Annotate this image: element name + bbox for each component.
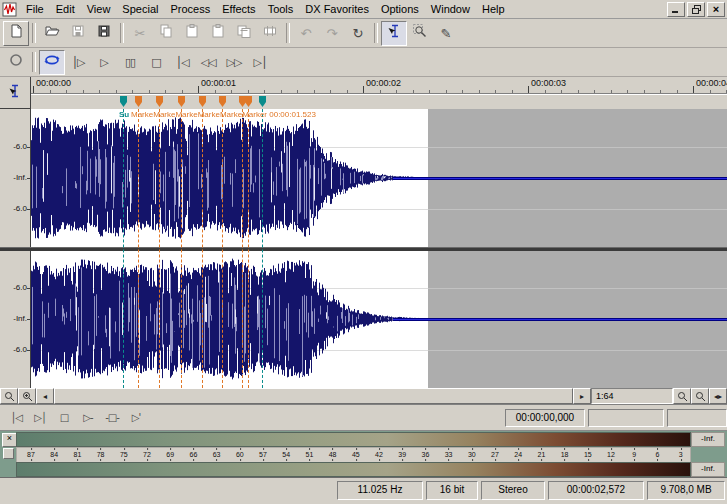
- repeat-button[interactable]: ↻: [345, 21, 371, 46]
- menu-effects[interactable]: Effects: [216, 2, 261, 16]
- meter-scale-value: 63: [213, 451, 221, 458]
- scrollbar-thumb[interactable]: [54, 388, 573, 404]
- magnify-tool-button[interactable]: [407, 21, 433, 46]
- menu-edit[interactable]: Edit: [50, 2, 81, 16]
- marker-head-8[interactable]: [245, 96, 252, 107]
- minimize-button[interactable]: [667, 2, 685, 17]
- zoom-normal-button[interactable]: [673, 388, 691, 404]
- status-channel-mode: Stereo: [481, 481, 545, 500]
- open-button[interactable]: [39, 21, 65, 46]
- ruler-time-label: 00:00:02: [366, 78, 401, 88]
- playbar-go-to-end[interactable]: ▷│: [28, 408, 52, 427]
- zoom-selection-button[interactable]: [691, 388, 709, 404]
- ruler-minor-tick: [248, 90, 249, 93]
- menu-options[interactable]: Options: [375, 2, 425, 16]
- copy-button[interactable]: [153, 21, 179, 46]
- playbar-panel-3: [667, 409, 727, 427]
- marker-head-7[interactable]: [239, 96, 246, 107]
- time-ruler[interactable]: 00:00:0000:00:0100:00:0200:00:0300:00:04: [31, 77, 727, 94]
- menu-process[interactable]: Process: [164, 2, 216, 16]
- playbar-play-normal[interactable]: ▷-: [76, 408, 100, 427]
- zoom-ratio-field[interactable]: 1:64: [591, 388, 673, 404]
- go-to-start-button[interactable]: │◁: [169, 50, 195, 75]
- new-button[interactable]: [3, 21, 29, 46]
- scrollbar-track[interactable]: [54, 388, 573, 404]
- playbar-play-edit[interactable]: ▷': [124, 408, 148, 427]
- mix-button[interactable]: [231, 21, 257, 46]
- loop-playback-button[interactable]: [39, 50, 65, 75]
- record-button[interactable]: [3, 50, 29, 75]
- redo-button[interactable]: ↷: [319, 21, 345, 46]
- meter-scale-value: 69: [166, 451, 174, 458]
- marker-head-5[interactable]: [199, 96, 206, 107]
- edit-tool-button[interactable]: [381, 21, 407, 46]
- play-icon: ▷: [100, 57, 107, 68]
- meter-scale-value: 60: [236, 451, 244, 458]
- meters-close-icon[interactable]: ×: [2, 433, 17, 447]
- scroll-right-button[interactable]: ▸: [573, 388, 591, 404]
- play-all-button[interactable]: │▷: [65, 50, 91, 75]
- undo-button[interactable]: ↶: [293, 21, 319, 46]
- edit-tool-icon: [386, 23, 402, 43]
- close-icon[interactable]: ×: [707, 2, 725, 17]
- ruler-second-tick: [363, 86, 364, 93]
- marker-head-6[interactable]: [219, 96, 226, 107]
- forward-button[interactable]: ▷▷: [221, 50, 247, 75]
- trim-button[interactable]: [257, 21, 283, 46]
- playbar-frame[interactable]: -□-: [100, 408, 124, 427]
- scroll-left-button[interactable]: ◂: [36, 388, 54, 404]
- meter-right-readout: -Inf.: [691, 462, 725, 477]
- toolbar-separator: [286, 23, 290, 43]
- menu-dx-favorites[interactable]: DX Favorites: [299, 2, 375, 16]
- marker-head-1[interactable]: [120, 96, 127, 107]
- cut-button[interactable]: ✂: [127, 21, 153, 46]
- ruler-minor-tick: [182, 90, 183, 93]
- save-icon: [70, 23, 86, 43]
- marker-bar[interactable]: [31, 94, 727, 109]
- paste-special-icon: [210, 23, 226, 43]
- toolbar-separator: [120, 23, 124, 43]
- pencil-tool-button[interactable]: ✎: [433, 21, 459, 46]
- pause-button[interactable]: ▯▯: [117, 50, 143, 75]
- zoom-in-time-button[interactable]: [18, 388, 36, 404]
- play-bar: │◁▷│□▷--□-▷' 00:00:00,000: [0, 405, 727, 431]
- zoom-window-button[interactable]: ◂▸: [709, 388, 727, 404]
- meters-grip[interactable]: [3, 448, 14, 459]
- marker-head-2[interactable]: [135, 96, 142, 107]
- stop-button[interactable]: □: [143, 50, 169, 75]
- marker-head-4[interactable]: [178, 96, 185, 107]
- meter-scale-value: 57: [259, 451, 267, 458]
- toolbar-separator: [374, 23, 378, 43]
- channel-divider[interactable]: [0, 247, 727, 251]
- menu-view[interactable]: View: [81, 2, 117, 16]
- zoom-out-time-button[interactable]: [0, 388, 18, 404]
- save-button[interactable]: [65, 21, 91, 46]
- playbar-stop[interactable]: □: [52, 408, 76, 427]
- play-button[interactable]: ▷: [91, 50, 117, 75]
- go-to-end-button[interactable]: ▷│: [247, 50, 273, 75]
- db-tick: [27, 319, 30, 320]
- waveform-channel-left[interactable]: [31, 109, 727, 247]
- playbar-go-to-start[interactable]: │◁: [4, 408, 28, 427]
- menu-special[interactable]: Special: [116, 2, 164, 16]
- restore-button[interactable]: [687, 2, 705, 17]
- forward-icon: ▷▷: [227, 57, 242, 68]
- menu-tools[interactable]: Tools: [262, 2, 300, 16]
- ruler-minor-tick: [330, 90, 331, 93]
- paste-special-button[interactable]: [205, 21, 231, 46]
- menu-help[interactable]: Help: [476, 2, 511, 16]
- paste-button[interactable]: [179, 21, 205, 46]
- ruler-minor-tick: [264, 90, 265, 93]
- rewind-button[interactable]: ◁◁: [195, 50, 221, 75]
- ruler-second-tick: [198, 86, 199, 93]
- ruler-minor-tick: [314, 90, 315, 93]
- meter-scale-value: 36: [421, 451, 429, 458]
- menu-window[interactable]: Window: [425, 2, 476, 16]
- menu-file[interactable]: File: [20, 2, 50, 16]
- marker-head-9[interactable]: [259, 96, 266, 107]
- marker-head-3[interactable]: [156, 96, 163, 107]
- save-all-button[interactable]: [91, 21, 117, 46]
- ruler-second-tick: [33, 86, 34, 93]
- waveform-channel-right[interactable]: [31, 250, 727, 388]
- db-label: -6.0: [13, 283, 27, 292]
